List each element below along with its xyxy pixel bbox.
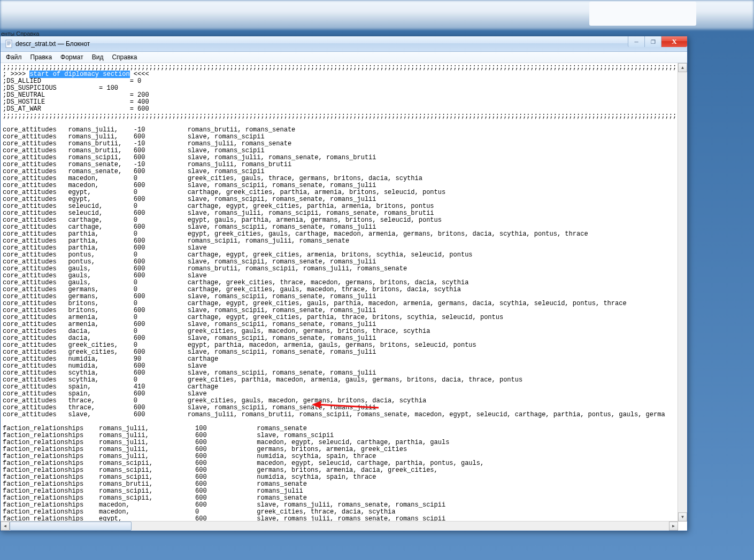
hscroll-track[interactable] [10, 522, 669, 531]
minimize-button[interactable]: ─ [628, 36, 644, 47]
menu-view[interactable]: Вид [88, 52, 108, 62]
menu-edit[interactable]: Правка [26, 52, 57, 62]
text-content[interactable]: ;;;;;;;;;;;;;;;;;;;;;;;;;;;;;;;;;;;;;;;;… [1, 63, 678, 522]
menu-file[interactable]: Файл [2, 52, 26, 62]
scroll-up-button[interactable]: ▲ [678, 63, 687, 72]
vertical-scrollbar[interactable]: ▲ ▼ [678, 63, 687, 522]
close-button[interactable]: X [661, 36, 687, 47]
maximize-button[interactable]: ❐ [644, 36, 661, 47]
window-title: descr_strat.txt — Блокнот [16, 40, 90, 48]
text-editor-area[interactable]: ;;;;;;;;;;;;;;;;;;;;;;;;;;;;;;;;;;;;;;;;… [1, 63, 687, 531]
vscroll-track[interactable] [678, 72, 687, 512]
scroll-down-button[interactable]: ▼ [678, 512, 687, 522]
menu-help[interactable]: Справка [107, 52, 141, 62]
notepad-window: descr_strat.txt — Блокнот ─ ❐ X Файл Пра… [0, 36, 688, 531]
menubar: Файл Правка Формат Вид Справка [1, 52, 687, 63]
menu-format[interactable]: Формат [56, 52, 88, 62]
window-buttons: ─ ❐ X [628, 36, 687, 47]
scroll-left-button[interactable]: ◄ [1, 522, 10, 531]
desktop: енты Справка descr_strat.txt — Блокнот ─… [0, 0, 754, 560]
hscroll-thumb[interactable] [10, 522, 132, 531]
horizontal-scrollbar[interactable]: ◄ ► [1, 521, 678, 531]
background-panel [589, 2, 696, 26]
scroll-right-button[interactable]: ► [669, 522, 678, 531]
notepad-icon [5, 40, 13, 48]
titlebar[interactable]: descr_strat.txt — Блокнот ─ ❐ X [1, 36, 687, 52]
